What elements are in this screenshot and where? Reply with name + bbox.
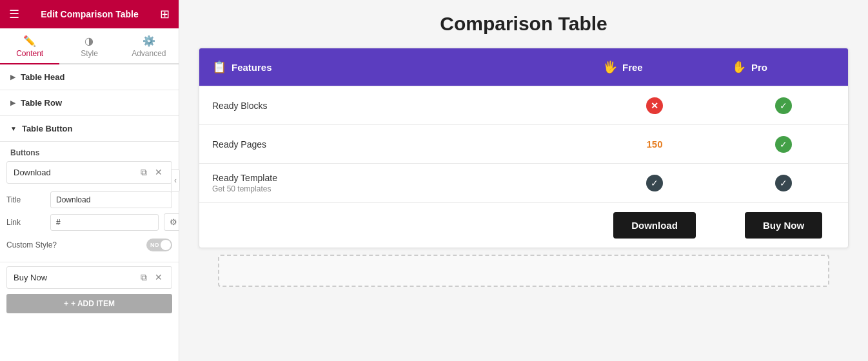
check-dark-icon-2: ✓ [775, 175, 792, 191]
style-tab-icon: ◑ [84, 35, 94, 47]
col-pro-header: ✋ Pro [719, 48, 848, 86]
panel-tabs: ✏️ Content ◑ Style ⚙️ Advanced [0, 28, 179, 64]
x-icon: ✕ [646, 97, 663, 114]
table-row-label: Table Row [21, 98, 62, 108]
download-button[interactable]: Download [613, 212, 696, 239]
buttons-section-label: Buttons [0, 142, 179, 161]
buy-now-button[interactable]: Buy Now [745, 212, 822, 239]
toggle-label: NO [150, 242, 159, 248]
table-button-label: Table Button [22, 124, 72, 133]
duplicate-buy-now-icon[interactable]: ⧉ [138, 271, 150, 284]
table-button-header[interactable]: ▼ Table Button [0, 116, 179, 142]
table-button-row: Download Buy Now [199, 202, 848, 248]
download-btn-cell: Download [590, 212, 719, 239]
table-row-ready-template: Ready Template Get 50 templates ✓ ✓ [199, 163, 848, 202]
free-ready-pages: 150 [590, 130, 719, 159]
features-icon: 📋 [212, 60, 226, 74]
buy-now-btn-cell: Buy Now [719, 212, 848, 239]
free-ready-template: ✓ [590, 166, 719, 200]
section-table-button: ▼ Table Button Buttons Download ⧉ ✕ Titl… [0, 116, 179, 318]
add-item-icon: + [64, 299, 68, 308]
delete-buy-now-icon[interactable]: ✕ [152, 271, 165, 284]
pro-ready-pages: ✓ [719, 127, 848, 162]
tab-style-label: Style [81, 49, 98, 58]
title-field-row: Title [6, 191, 172, 208]
panel-topbar: ☰ Edit Comparison Table ⊞ [0, 0, 179, 28]
features-label: Features [232, 62, 272, 73]
table-head-label: Table Head [21, 72, 64, 82]
add-item-button[interactable]: + + ADD ITEM [6, 294, 172, 313]
tab-content[interactable]: ✏️ Content [0, 28, 59, 64]
pro-ready-blocks: ✓ [719, 88, 848, 123]
number-150: 150 [646, 139, 662, 150]
feature-ready-template: Ready Template Get 50 templates [199, 164, 590, 202]
feature-ready-template-label: Ready Template [212, 173, 277, 183]
content-tab-icon: ✏️ [23, 35, 36, 47]
link-field-row: Link ⚙ [6, 213, 172, 231]
feature-ready-pages-label: Ready Pages [212, 139, 266, 150]
section-table-head[interactable]: ▶ Table Head [0, 64, 179, 90]
feature-ready-blocks: Ready Blocks [199, 92, 590, 120]
table-row-arrow: ▶ [10, 99, 15, 106]
custom-style-label: Custom Style? [6, 240, 57, 249]
link-gear-button[interactable]: ⚙ [164, 213, 179, 231]
table-header: 📋 Features 🖐 Free ✋ Pro [199, 48, 848, 86]
button-row-download-actions: ⧉ ✕ [138, 166, 165, 179]
tab-advanced-label: Advanced [132, 49, 166, 58]
table-button-arrow: ▼ [10, 125, 17, 132]
pro-icon: ✋ [732, 60, 746, 74]
col-features-header: 📋 Features [199, 48, 590, 86]
check-dark-icon-1: ✓ [646, 175, 663, 191]
preview-area: Comparison Table 📋 Features 🖐 Free ✋ Pro [179, 0, 868, 361]
table-head-arrow: ▶ [10, 73, 15, 81]
comparison-table-title: Comparison Table [199, 13, 849, 35]
grid-icon[interactable]: ⊞ [160, 7, 170, 21]
button-row-download: Download ⧉ ✕ [6, 161, 172, 184]
advanced-tab-icon: ⚙️ [143, 35, 155, 47]
feature-ready-blocks-label: Ready Blocks [212, 101, 268, 111]
button-row-download-label: Download [14, 168, 138, 177]
check-green-icon: ✓ [775, 97, 792, 114]
delete-download-icon[interactable]: ✕ [152, 166, 165, 179]
free-label: Free [622, 62, 643, 73]
check-green-icon-2: ✓ [775, 136, 792, 153]
dashed-drop-area [218, 255, 829, 287]
link-input[interactable] [50, 214, 159, 231]
table-row-ready-blocks: Ready Blocks ✕ ✓ [199, 86, 848, 124]
custom-style-toggle[interactable]: NO [146, 239, 172, 251]
feature-ready-pages: Ready Pages [199, 130, 590, 159]
table-row-ready-pages: Ready Pages 150 ✓ [199, 124, 848, 163]
left-panel: ☰ Edit Comparison Table ⊞ ✏️ Content ◑ S… [0, 0, 179, 361]
feature-ready-template-sub: Get 50 templates [212, 184, 277, 193]
tab-content-label: Content [16, 49, 43, 58]
free-icon: 🖐 [603, 60, 617, 74]
col-free-header: 🖐 Free [590, 48, 719, 86]
pro-ready-template: ✓ [719, 166, 848, 200]
button-row-buy-now-actions: ⧉ ✕ [138, 271, 165, 284]
tab-style[interactable]: ◑ Style [59, 28, 119, 63]
custom-style-row: Custom Style? NO [6, 236, 172, 254]
title-field-label: Title [6, 195, 45, 204]
add-item-label: + ADD ITEM [71, 299, 115, 308]
button-row-buy-now-label: Buy Now [14, 273, 138, 282]
download-field-group: Title Link ⚙ Custom Style? NO [0, 188, 179, 258]
panel-title: Edit Comparison Table [41, 9, 138, 19]
button-row-buy-now: Buy Now ⧉ ✕ [6, 266, 172, 289]
hamburger-icon[interactable]: ☰ [9, 7, 19, 21]
divider [0, 262, 179, 262]
comparison-table: 📋 Features 🖐 Free ✋ Pro Ready Blocks [199, 48, 849, 248]
tab-advanced[interactable]: ⚙️ Advanced [119, 28, 179, 63]
pro-label: Pro [751, 62, 767, 73]
duplicate-download-icon[interactable]: ⧉ [138, 166, 150, 179]
panel-collapse-handle[interactable]: ‹ [171, 169, 180, 192]
link-field-label: Link [6, 218, 45, 227]
title-input[interactable] [50, 191, 172, 208]
section-table-row[interactable]: ▶ Table Row [0, 90, 179, 116]
right-panel: Comparison Table 📋 Features 🖐 Free ✋ Pro [179, 0, 868, 361]
free-ready-blocks: ✕ [590, 88, 719, 123]
